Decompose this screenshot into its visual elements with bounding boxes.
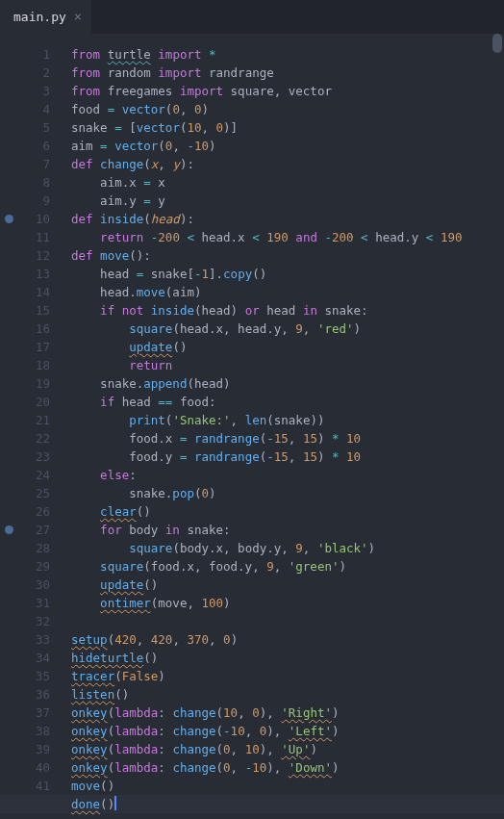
line-number[interactable]: 30 — [17, 576, 50, 594]
line-number[interactable]: 18 — [17, 356, 50, 374]
code-line[interactable]: aim.x = x — [71, 173, 504, 192]
line-number[interactable]: 6 — [17, 137, 50, 155]
line-number[interactable]: 28 — [17, 539, 50, 557]
breakpoint-slot[interactable] — [0, 155, 17, 173]
code-line[interactable]: clear() — [71, 502, 504, 521]
breakpoint-slot[interactable] — [0, 45, 17, 64]
line-number[interactable]: 39 — [17, 740, 50, 758]
line-number[interactable]: 25 — [17, 484, 50, 502]
line-number[interactable]: 3 — [17, 82, 50, 100]
breakpoint-slot[interactable] — [0, 393, 17, 411]
line-number[interactable]: 5 — [17, 118, 50, 137]
line-number[interactable]: 24 — [17, 466, 50, 484]
line-number[interactable]: 20 — [17, 393, 50, 411]
breakpoint-slot[interactable] — [0, 484, 17, 502]
line-number[interactable]: 10 — [17, 210, 50, 228]
code-line[interactable]: from turtle import * — [71, 45, 504, 64]
code-line[interactable]: tracer(False) — [71, 667, 504, 685]
code-line[interactable]: food.x = randrange(-15, 15) * 10 — [71, 429, 504, 448]
line-number[interactable]: 13 — [17, 265, 50, 283]
file-tab[interactable]: main.py × — [0, 0, 91, 34]
breakpoint-slot[interactable] — [0, 411, 17, 429]
breakpoint-gutter[interactable] — [0, 34, 17, 819]
code-line[interactable] — [71, 612, 504, 630]
breakpoint-slot[interactable] — [0, 210, 17, 228]
scrollbar-thumb[interactable] — [492, 34, 502, 53]
breakpoint-slot[interactable] — [0, 557, 17, 576]
code-line[interactable]: head = snake[-1].copy() — [71, 265, 504, 283]
breakpoint-slot[interactable] — [0, 228, 17, 246]
breakpoint-slot[interactable] — [0, 704, 17, 722]
breakpoint-slot[interactable] — [0, 466, 17, 484]
line-number[interactable]: 27 — [17, 521, 50, 539]
line-number[interactable]: 9 — [17, 192, 50, 210]
code-line[interactable]: onkey(lambda: change(-10, 0), 'Left') — [71, 722, 504, 740]
breakpoint-slot[interactable] — [0, 374, 17, 393]
line-number[interactable]: 4 — [17, 100, 50, 118]
breakpoint-slot[interactable] — [0, 722, 17, 740]
code-line[interactable]: if not inside(head) or head in snake: — [71, 301, 504, 320]
code-line[interactable]: update() — [71, 338, 504, 356]
breakpoint-slot[interactable] — [0, 246, 17, 265]
line-number[interactable]: 38 — [17, 722, 50, 740]
line-number[interactable]: 33 — [17, 630, 50, 649]
code-line[interactable]: square(body.x, body.y, 9, 'black') — [71, 539, 504, 557]
breakpoint-slot[interactable] — [0, 612, 17, 630]
line-number[interactable]: 26 — [17, 502, 50, 521]
line-number[interactable]: 34 — [17, 649, 50, 667]
code-line[interactable]: def move(): — [71, 246, 504, 265]
line-number[interactable]: 23 — [17, 448, 50, 466]
breakpoint-slot[interactable] — [0, 448, 17, 466]
code-line[interactable]: def change(x, y): — [71, 155, 504, 173]
breakpoint-slot[interactable] — [0, 118, 17, 137]
line-number[interactable]: 16 — [17, 320, 50, 338]
line-number[interactable]: 19 — [17, 374, 50, 393]
breakpoint-slot[interactable] — [0, 594, 17, 612]
breakpoint-slot[interactable] — [0, 265, 17, 283]
line-number-gutter[interactable]: 1234567891011121314151617181920212223242… — [17, 34, 67, 819]
code-line[interactable]: snake = [vector(10, 0)] — [71, 118, 504, 137]
line-number[interactable]: 37 — [17, 704, 50, 722]
code-line[interactable]: else: — [71, 466, 504, 484]
line-number[interactable]: 36 — [17, 685, 50, 704]
line-number[interactable]: 7 — [17, 155, 50, 173]
line-number[interactable]: 1 — [17, 45, 50, 64]
code-line[interactable]: move() — [71, 777, 504, 795]
breakpoint-slot[interactable] — [0, 356, 17, 374]
line-number[interactable]: 8 — [17, 173, 50, 192]
breakpoint-slot[interactable] — [0, 777, 17, 795]
code-line[interactable]: setup(420, 420, 370, 0) — [71, 630, 504, 649]
code-line[interactable]: square(head.x, head.y, 9, 'red') — [71, 320, 504, 338]
breakpoint-slot[interactable] — [0, 649, 17, 667]
code-line[interactable]: done() — [0, 795, 504, 813]
line-number[interactable]: 14 — [17, 283, 50, 301]
close-icon[interactable]: × — [74, 10, 82, 23]
code-line[interactable]: snake.append(head) — [71, 374, 504, 393]
code-line[interactable]: if head == food: — [71, 393, 504, 411]
code-editor[interactable]: 1234567891011121314151617181920212223242… — [0, 34, 504, 819]
code-line[interactable]: hideturtle() — [71, 649, 504, 667]
code-line[interactable]: ontimer(move, 100) — [71, 594, 504, 612]
code-line[interactable]: for body in snake: — [71, 521, 504, 539]
breakpoint-slot[interactable] — [0, 740, 17, 758]
line-number[interactable]: 17 — [17, 338, 50, 356]
code-line[interactable]: food.y = randrange(-15, 15) * 10 — [71, 448, 504, 466]
breakpoint-icon[interactable] — [5, 215, 13, 223]
code-line[interactable]: onkey(lambda: change(0, 10), 'Up') — [71, 740, 504, 758]
line-number[interactable]: 35 — [17, 667, 50, 685]
breakpoint-slot[interactable] — [0, 137, 17, 155]
code-line[interactable]: onkey(lambda: change(10, 0), 'Right') — [71, 704, 504, 722]
breakpoint-slot[interactable] — [0, 192, 17, 210]
breakpoint-slot[interactable] — [0, 630, 17, 649]
line-number[interactable]: 32 — [17, 612, 50, 630]
line-number[interactable]: 41 — [17, 777, 50, 795]
line-number[interactable]: 12 — [17, 246, 50, 265]
code-line[interactable]: print('Snake:', len(snake)) — [71, 411, 504, 429]
code-line[interactable]: aim = vector(0, -10) — [71, 137, 504, 155]
breakpoint-slot[interactable] — [0, 338, 17, 356]
line-number[interactable]: 29 — [17, 557, 50, 576]
code-line[interactable]: def inside(head): — [71, 210, 504, 228]
code-line[interactable]: listen() — [71, 685, 504, 704]
code-line[interactable]: square(food.x, food.y, 9, 'green') — [71, 557, 504, 576]
breakpoint-slot[interactable] — [0, 173, 17, 192]
